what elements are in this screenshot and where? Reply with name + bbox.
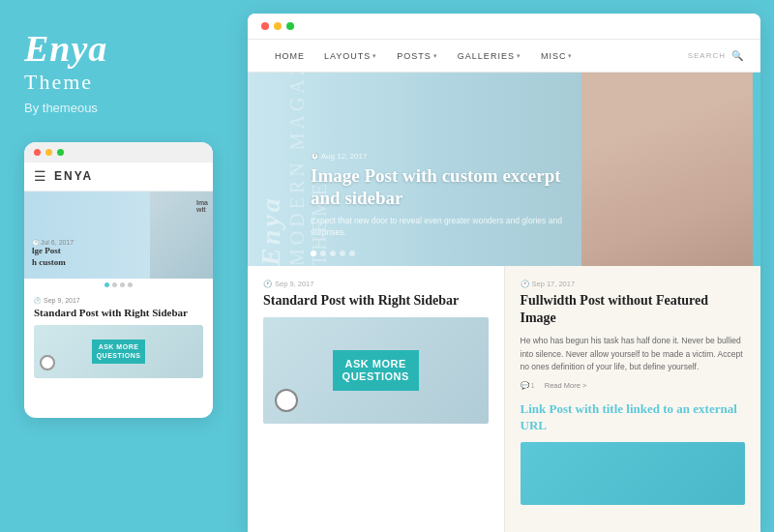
mobile-dot-green bbox=[57, 149, 64, 156]
slide-dot-4 bbox=[128, 282, 133, 287]
hero-dot-5 bbox=[349, 251, 355, 256]
hero-dot-2 bbox=[320, 251, 326, 256]
nav-galleries[interactable]: GALLERIES ▾ bbox=[448, 51, 531, 61]
post-right-text: He who has begun his task has half done … bbox=[521, 335, 746, 373]
desktop-titlebar bbox=[248, 14, 760, 40]
hero-indicators bbox=[311, 251, 355, 256]
mobile-post-date: 🕐 Sep 9, 2017 bbox=[34, 297, 203, 304]
clock-decoration bbox=[40, 355, 55, 370]
nav-search[interactable]: SEARCH 🔍 bbox=[688, 50, 743, 61]
hero-excerpt: Expect that new door to reveal even grea… bbox=[311, 216, 567, 239]
dt-dot-red bbox=[261, 22, 269, 30]
dt-dot-green bbox=[286, 22, 294, 30]
mobile-preview: ☰ ENYA 🕐 Jul 6, 2017 lge Posth custom Im… bbox=[24, 142, 213, 418]
mobile-post: 🕐 Sep 9, 2017 Standard Post with Right S… bbox=[24, 291, 213, 384]
nav-misc[interactable]: MISC ▾ bbox=[531, 51, 583, 61]
hero-right-bar bbox=[753, 73, 760, 266]
mobile-titlebar bbox=[24, 142, 213, 163]
brand-subtitle: Theme bbox=[24, 70, 93, 95]
mobile-dot-yellow bbox=[45, 149, 52, 156]
hamburger-icon[interactable]: ☰ bbox=[34, 168, 46, 185]
misc-chevron: ▾ bbox=[568, 52, 573, 60]
hero-vertical-brand: Enya bbox=[257, 73, 284, 266]
nav-home[interactable]: HOME bbox=[265, 51, 314, 61]
galleries-chevron: ▾ bbox=[517, 52, 521, 60]
link-post-title: Link Post with title linked to an extern… bbox=[521, 401, 746, 434]
mobile-hero-right: Imawit bbox=[150, 192, 213, 279]
nav-posts[interactable]: POSTS ▾ bbox=[387, 51, 448, 61]
post-left-title: Standard Post with Right Sidebar bbox=[263, 292, 489, 310]
left-panel: Enya Theme By themeous ☰ ENYA 🕐 Jul 6, 2… bbox=[0, 0, 240, 532]
mobile-dot-red bbox=[34, 149, 41, 156]
mobile-slide-dots bbox=[24, 279, 213, 291]
desktop-preview: HOME LAYOUTS ▾ POSTS ▾ GALLERIES ▾ MISC … bbox=[248, 14, 760, 532]
ask-more-questions: ASK MOREQUESTIONS bbox=[333, 350, 419, 391]
post-right-date: 🕐 Sep 17, 2017 bbox=[521, 280, 746, 288]
nav-layouts[interactable]: LAYOUTS ▾ bbox=[314, 51, 387, 61]
clock-icon bbox=[275, 389, 298, 412]
slide-dot-3 bbox=[120, 282, 125, 287]
hero-date: 🕐 Aug 12, 2017 bbox=[311, 152, 567, 161]
ask-more-box: ASK MOREQUESTIONS bbox=[92, 340, 146, 364]
read-more[interactable]: Read More > bbox=[545, 381, 587, 390]
slide-dot-2 bbox=[112, 282, 117, 287]
brand-title: Enya bbox=[24, 29, 107, 70]
dt-dot-yellow bbox=[274, 22, 282, 30]
hero-dot-4 bbox=[340, 251, 345, 256]
hero-title: Image Post with custom excerptand sideba… bbox=[311, 164, 567, 211]
hero-dot-1 bbox=[311, 251, 316, 256]
mobile-post-image: ASK MOREQUESTIONS bbox=[34, 325, 203, 378]
mobile-hero-text: lge Posth custom bbox=[32, 246, 142, 268]
search-icon[interactable]: 🔍 bbox=[731, 50, 743, 61]
hero-person-image bbox=[581, 73, 760, 266]
hero-content: 🕐 Aug 12, 2017 Image Post with custom ex… bbox=[311, 152, 567, 239]
post-left: 🕐 Sep 9, 2017 Standard Post with Right S… bbox=[248, 266, 505, 532]
posts-grid: 🕐 Sep 9, 2017 Standard Post with Right S… bbox=[248, 266, 760, 532]
desktop-nav: HOME LAYOUTS ▾ POSTS ▾ GALLERIES ▾ MISC … bbox=[248, 40, 760, 73]
post-left-date: 🕐 Sep 9, 2017 bbox=[263, 280, 489, 288]
mobile-hero-date: 🕐 Jul 6, 2017 bbox=[32, 239, 142, 246]
post-right-title: Fullwidth Post without Featured Image bbox=[521, 292, 746, 327]
hero-dot-3 bbox=[330, 251, 336, 256]
post-left-image: ASK MOREQUESTIONS bbox=[263, 317, 489, 424]
comment-count: 💬 1 bbox=[521, 381, 535, 390]
mobile-nav: ☰ ENYA bbox=[24, 163, 213, 192]
layouts-chevron: ▾ bbox=[372, 52, 377, 60]
post-right: 🕐 Sep 17, 2017 Fullwidth Post without Fe… bbox=[505, 266, 761, 532]
mobile-post-title: Standard Post with Right Sidebar bbox=[34, 306, 203, 319]
nav-links: HOME LAYOUTS ▾ POSTS ▾ GALLERIES ▾ MISC … bbox=[265, 51, 582, 61]
link-post-image bbox=[521, 442, 746, 505]
link-post-normal: Link Post bbox=[521, 401, 573, 416]
brand-by: By themeous bbox=[24, 101, 98, 115]
desktop-content: Enya Modern MagazineTheme 🕐 Aug 12, 2017… bbox=[248, 73, 760, 532]
post-meta: 💬 1 Read More > bbox=[521, 381, 746, 390]
posts-chevron: ▾ bbox=[433, 52, 438, 60]
desktop-hero: Enya Modern MagazineTheme 🕐 Aug 12, 2017… bbox=[248, 73, 760, 266]
mobile-hero-left: 🕐 Jul 6, 2017 lge Posth custom bbox=[24, 192, 150, 279]
mobile-hero: 🕐 Jul 6, 2017 lge Posth custom Imawit bbox=[24, 192, 213, 279]
hero-background: Enya Modern MagazineTheme 🕐 Aug 12, 2017… bbox=[248, 73, 760, 266]
mobile-nav-title: ENYA bbox=[54, 169, 93, 183]
slide-dot-1 bbox=[104, 282, 109, 287]
mobile-hero-right-label: Imawit bbox=[196, 199, 208, 213]
